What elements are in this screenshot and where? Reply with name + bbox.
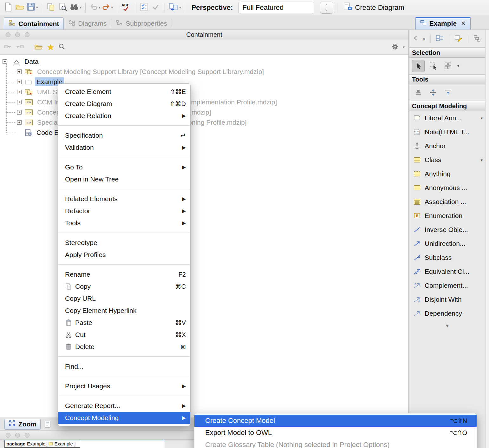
validation-button[interactable] [139,1,149,14]
menu-item-concept-modeling[interactable]: Concept Modeling▶ [58,412,190,424]
palette-item-unidirection[interactable]: Unidirection... [409,237,485,251]
window-button[interactable] [15,32,20,37]
expand-toggle[interactable]: + [17,120,22,125]
find-button[interactable]: ▾ [69,1,82,14]
transfer-dropdown-arrow-icon[interactable]: ▾ [179,5,181,10]
palette-item-association[interactable]: Association ... [409,195,485,209]
stamp-tool-button[interactable] [412,87,425,99]
selection-dropdown-arrow-icon[interactable]: ▾ [457,64,459,68]
redo-dropdown-arrow-icon[interactable]: ▾ [111,5,113,10]
tab-diagrams[interactable]: Diagrams [64,17,111,30]
menu-item-tools[interactable]: Tools▶ [58,217,190,229]
window-button[interactable] [15,433,20,438]
menu-item-generate-report[interactable]: Generate Report...▶ [58,400,190,412]
palette-item-anything[interactable]: Anything [409,167,485,181]
palette-item-literal-ann[interactable]: Literal Ann...▾ [409,111,485,125]
expand-toggle[interactable]: + [17,69,22,74]
palette-more-arrow-icon[interactable]: ▼ [409,320,485,328]
menu-item-specification[interactable]: Specification↵ [58,129,190,142]
menu-item-cut[interactable]: Cut⌘X [58,329,190,341]
undo-dropdown-arrow-icon[interactable]: ▾ [99,5,101,10]
find-dropdown-arrow-icon[interactable]: ▾ [80,5,82,10]
open-in-new-tree-icon[interactable] [34,43,43,52]
menu-item-create-relation[interactable]: Create Relation▶ [58,110,190,122]
palette-item-enumeration[interactable]: EEnumeration [409,209,485,223]
print-button[interactable] [46,1,56,14]
window-button[interactable] [6,433,10,438]
chevrons-icon[interactable]: » [422,36,425,42]
palette-item-class[interactable]: Class▾ [409,153,485,167]
menu-item-stereotype[interactable]: Stereotype [58,237,190,249]
tree-item-data[interactable]: −Data [0,56,408,67]
palette-item-anonymous[interactable]: Anonymous ... [409,181,485,195]
menu-item-paste[interactable]: Paste⌘V [58,317,190,329]
palette-item-inverse-obje[interactable]: Inverse Obje... [409,223,485,237]
palette-section-concept-modeling[interactable]: Concept Modeling [409,101,485,111]
palette-item-anchor[interactable]: Anchor [409,139,485,153]
palette-item-complement[interactable]: cComplement... [409,279,485,293]
transfer-button[interactable]: ▾ [169,1,181,14]
expand-toggle[interactable]: + [17,110,22,115]
window-button[interactable] [25,433,29,438]
window-button[interactable] [6,32,10,37]
tree-item-concept[interactable]: +Concept Modeling Support Library [Conce… [0,67,408,77]
submenu-item-create-glossary-table-nothing-selected-in-project-options[interactable]: Create Glossary Table (Nothing selected … [194,439,477,448]
palette-section-selection[interactable]: Selection [409,48,485,58]
menu-item-apply-profiles[interactable]: Apply Profiles [58,249,190,261]
select-cursor-button[interactable] [412,60,425,72]
palette-item-note-html-t[interactable]: HTMLNote(HTML T... [409,125,485,139]
tab-zoom[interactable]: Zoom [4,419,41,430]
palette-item-subclass[interactable]: Subclass [409,251,485,265]
menu-item-go-to[interactable]: Go To▶ [58,161,190,173]
open-project-button[interactable] [15,1,25,14]
menu-item-project-usages[interactable]: Project Usages▶ [58,380,190,392]
align-top-button[interactable] [442,87,454,99]
save-button[interactable]: ▾ [27,1,38,14]
save-dropdown-arrow-icon[interactable]: ▾ [36,5,38,10]
tab-containment[interactable]: Containment [4,17,64,30]
menu-item-refactor[interactable]: Refactor▶ [58,205,190,217]
menu-item-rename[interactable]: RenameF2 [58,268,190,280]
check-syntax-button[interactable] [151,1,161,14]
menu-item-copy-element-hyperlink[interactable]: Copy Element Hyperlink [58,305,190,317]
menu-item-create-element[interactable]: Create Element⇧⌘E [58,86,190,98]
tab-example[interactable]: Example ✕ [415,17,471,30]
create-diagram-button[interactable]: Create Diagram [343,2,404,13]
menu-item-copy-url[interactable]: Copy URL [58,293,190,305]
close-icon[interactable]: ✕ [461,20,466,27]
expand-toggle[interactable]: + [17,100,22,104]
menu-item-delete[interactable]: Delete⊠ [58,341,190,353]
menu-item-related-elements[interactable]: Related Elements▶ [58,193,190,205]
menu-item-validation[interactable]: Validation▶ [58,142,190,154]
menu-item-create-diagram[interactable]: Create Diagram⇧⌘D [58,98,190,110]
palette-item-disjoint-with[interactable]: dDisjoint With [409,293,485,306]
undo-button[interactable]: ▾ [89,1,101,14]
diagram-windows-icon[interactable] [436,35,444,43]
layers-icon[interactable] [473,35,481,43]
documentation-tab-icon[interactable] [44,420,51,428]
settings-gear-icon[interactable] [392,43,399,51]
scope-out-icon[interactable] [16,43,24,51]
submenu-item-export-model-to-owl[interactable]: Export Model to OWL⌥⇧O [194,427,477,439]
redo-button[interactable]: ▾ [102,1,113,14]
palette-section-tools[interactable]: Tools [409,74,485,84]
dropdown-arrow-icon[interactable]: ▾ [480,158,483,162]
favorites-star-icon[interactable]: ★ [47,44,54,51]
print-preview-button[interactable] [58,1,68,14]
menu-item-open-in-new-tree[interactable]: Open in New Tree [58,173,190,185]
submenu-item-create-concept-model[interactable]: Create Concept Model⌥⇧N [194,415,477,427]
expand-toggle[interactable]: + [17,80,22,84]
search-icon[interactable] [58,43,66,52]
expand-toggle[interactable]: + [17,90,22,94]
back-arrow-icon[interactable] [412,35,420,43]
window-button[interactable] [25,32,29,37]
menu-item-copy[interactable]: Copy⌘C [58,280,190,293]
tab-subproperties[interactable]: Subproperties [111,17,172,30]
align-middle-button[interactable] [427,87,440,99]
right-scroll-strip[interactable] [485,30,489,448]
settings-dropdown-arrow-icon[interactable]: ▾ [403,45,405,49]
multi-select-button[interactable] [442,60,454,72]
spell-check-button[interactable]: ABC [121,1,131,14]
palette-item-dependency[interactable]: Dependency [409,306,485,320]
collapse-toggle[interactable]: − [3,59,7,64]
